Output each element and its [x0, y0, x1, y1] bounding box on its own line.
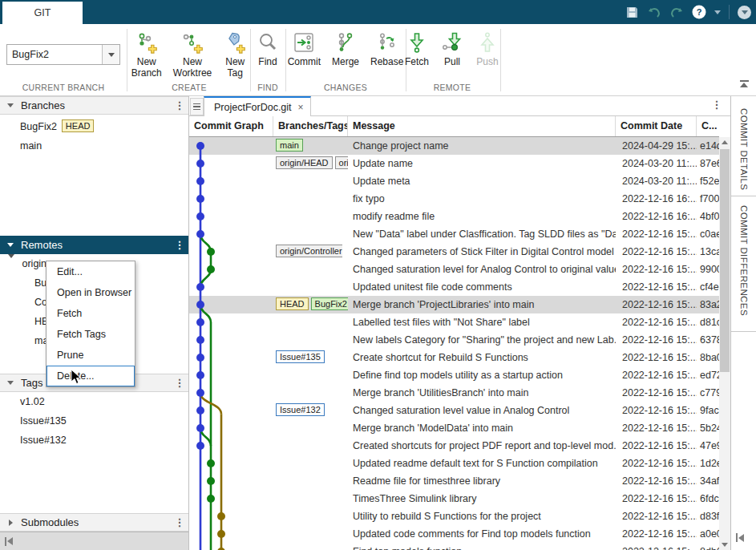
- table-row[interactable]: TimesThree Simulink library2022-12-16 15…: [189, 490, 719, 508]
- table-row[interactable]: Find top models function2022-12-16 15:..…: [189, 543, 719, 550]
- repository-tab[interactable]: ProjectForDoc.git ×: [204, 96, 311, 116]
- merge-button[interactable]: Merge: [328, 29, 363, 69]
- tab-commit-details[interactable]: COMMIT DETAILS: [731, 100, 756, 196]
- find-button[interactable]: Find: [252, 29, 284, 69]
- current-branch-value: BugFix2: [7, 45, 102, 64]
- branch-item-main[interactable]: main: [0, 137, 188, 155]
- submodules-menu-icon[interactable]: ⋮: [171, 517, 188, 528]
- panel-menu-icon[interactable]: ⋮: [708, 99, 726, 110]
- fetch-button[interactable]: Fetch: [401, 29, 433, 69]
- quick-access-dropdown-icon[interactable]: [738, 6, 751, 19]
- table-row[interactable]: fix typo2022-12-16 16:...f7000: [189, 190, 719, 208]
- branches-menu-icon[interactable]: ⋮: [171, 100, 188, 111]
- toolstrip-separator: [500, 29, 501, 91]
- table-row[interactable]: Issue#135Create shortcut for Rebuild S F…: [189, 349, 719, 366]
- sidebar-section-branches[interactable]: Branches ⋮: [0, 96, 188, 115]
- column-header-commit-graph[interactable]: Commit Graph: [189, 116, 273, 136]
- table-row[interactable]: Define find top models utility as a star…: [189, 366, 719, 384]
- table-row[interactable]: Labelled test files with "Not Share" lab…: [189, 313, 719, 331]
- close-tab-icon[interactable]: ×: [298, 102, 304, 113]
- sidebar-section-submodules[interactable]: Submodules ⋮: [0, 513, 188, 532]
- pull-button[interactable]: Pull: [436, 29, 468, 69]
- scrollbar-thumb[interactable]: [720, 149, 730, 372]
- expander-icon[interactable]: [0, 520, 21, 526]
- collapse-panel-icon[interactable]: [5, 537, 13, 546]
- document-bar-menu-icon[interactable]: [190, 98, 204, 115]
- redo-icon[interactable]: [669, 6, 684, 18]
- tag-item-Issue#135[interactable]: Issue#135: [0, 412, 188, 430]
- remotes-menu-icon[interactable]: ⋮: [171, 240, 188, 250]
- commit-message: Merge branch 'ProjectLibraries' into mai…: [348, 296, 616, 313]
- menu-item-delete---[interactable]: Delete...: [46, 366, 135, 386]
- table-row[interactable]: Changed saturation level for Analog Cont…: [189, 261, 719, 278]
- tag-badge: Issue#135: [276, 350, 325, 363]
- help-icon[interactable]: ?: [692, 5, 706, 19]
- commit-date: 2022-12-16 15:...: [616, 437, 697, 455]
- expander-icon[interactable]: [0, 243, 21, 247]
- table-row[interactable]: Update meta2024-03-20 11:...f52e5: [189, 172, 719, 190]
- table-row[interactable]: Updated unitest file code comments2022-1…: [189, 278, 719, 296]
- button-label: Commit: [288, 56, 321, 67]
- menu-item-fetch-tags[interactable]: Fetch Tags: [46, 324, 135, 345]
- menu-item-open-in-browser[interactable]: Open in Browser: [46, 282, 135, 303]
- expander-icon[interactable]: [8, 255, 14, 273]
- commit-hash: 6378: [697, 331, 719, 349]
- tag-item-Issue#132[interactable]: Issue#132: [0, 431, 188, 449]
- tab-commit-differences[interactable]: COMMIT DIFFERENCES: [731, 197, 756, 332]
- button-label: Pull: [444, 56, 460, 67]
- column-header-branches-tags[interactable]: Branches/Tags: [273, 116, 348, 136]
- git-toolstrip-tab[interactable]: GIT: [2, 2, 83, 24]
- collapse-toolstrip-icon[interactable]: [738, 80, 750, 87]
- table-row[interactable]: HEADBugFix2Merge branch 'ProjectLibrarie…: [189, 296, 719, 313]
- tags-menu-icon[interactable]: ⋮: [171, 378, 188, 388]
- table-row[interactable]: Updated code comments for Find top model…: [189, 525, 719, 543]
- table-row[interactable]: origin/HEADoriUpdate name2024-03-20 11:.…: [189, 155, 719, 172]
- new-branch-button[interactable]: New Branch: [127, 29, 166, 80]
- save-icon[interactable]: [625, 6, 639, 19]
- help-dropdown-icon[interactable]: [714, 10, 721, 14]
- table-row[interactable]: origin/ControllerChanged parameters of S…: [189, 243, 719, 261]
- commit-hash: 83a2: [697, 296, 719, 313]
- table-row[interactable]: Updated readme default text for S Functi…: [189, 455, 719, 472]
- commit-button[interactable]: Commit: [284, 29, 325, 69]
- graph-cell: [189, 137, 273, 155]
- column-header-c-[interactable]: C...: [697, 116, 719, 136]
- table-row[interactable]: Issue#132Changed saturation level value …: [189, 402, 719, 419]
- table-row[interactable]: modify readme file2022-12-16 16:...4bf0c: [189, 208, 719, 225]
- head-badge: HEAD: [276, 297, 309, 310]
- current-branch-dropdown-button[interactable]: [102, 45, 119, 64]
- restore-panel-icon[interactable]: [736, 533, 744, 542]
- expander-icon[interactable]: [0, 381, 21, 385]
- branch-item-BugFix2[interactable]: BugFix2HEAD: [0, 118, 188, 135]
- undo-icon[interactable]: [647, 6, 661, 18]
- expander-icon[interactable]: [0, 103, 21, 107]
- menu-item-prune[interactable]: Prune: [46, 345, 135, 366]
- menu-item-fetch[interactable]: Fetch: [46, 303, 135, 324]
- tag-item-v1.02[interactable]: v1.02: [0, 393, 188, 410]
- fetch-icon: [405, 30, 429, 55]
- menu-item-edit---[interactable]: Edit...: [46, 261, 135, 282]
- commit-date: 2024-03-20 11:...: [616, 155, 697, 172]
- scroll-down-icon[interactable]: [719, 540, 730, 550]
- sidebar-section-remotes[interactable]: Remotes ⋮: [0, 236, 188, 254]
- new-worktree-button[interactable]: New Worktree: [169, 29, 216, 80]
- commit-date: 2022-12-16 15:...: [616, 402, 697, 419]
- scroll-up-icon[interactable]: [719, 137, 730, 148]
- table-row[interactable]: mainChange project name2024-04-29 15:...…: [189, 137, 719, 155]
- table-row[interactable]: New "Data" label under Clasffication. Ta…: [189, 225, 719, 243]
- current-branch-combobox[interactable]: BugFix2: [6, 44, 120, 65]
- table-row[interactable]: Readme file for timesthree library2022-1…: [189, 472, 719, 490]
- table-row[interactable]: Merge branch 'UtilitiesBranch' into main…: [189, 384, 719, 402]
- branches-tags-cell: [273, 543, 348, 550]
- column-header-message[interactable]: Message: [348, 116, 616, 136]
- graph-cell: [189, 543, 273, 550]
- branches-tags-cell: [273, 455, 348, 472]
- table-row[interactable]: Created shortcuts for project PDF report…: [189, 437, 719, 455]
- table-scrollbar[interactable]: [719, 137, 730, 550]
- new-tag-button[interactable]: New Tag: [219, 29, 251, 80]
- table-row[interactable]: New labels Category for "Sharing" the pr…: [189, 331, 719, 349]
- column-header-commit-date[interactable]: Commit Date: [616, 116, 697, 136]
- table-row[interactable]: Utility to rebuild S Functions for the p…: [189, 508, 719, 525]
- table-row[interactable]: Merge branch 'ModelData' into main2022-1…: [189, 419, 719, 437]
- commit-hash: c779: [697, 384, 719, 402]
